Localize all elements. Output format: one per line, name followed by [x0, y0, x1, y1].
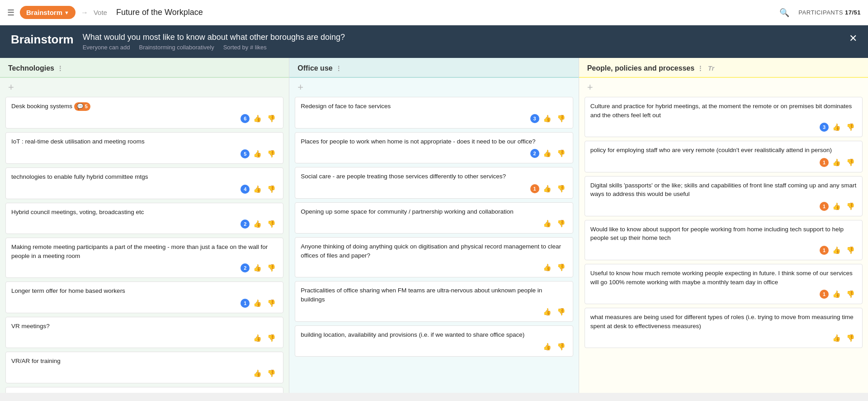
dislike-button-tech-1[interactable]: 👎 — [265, 149, 278, 159]
card-tech-6: VR meetings? 👍 👎 — [5, 317, 283, 348]
like-button-office-5[interactable]: 👍 — [541, 307, 553, 317]
brainstorm-header: Brainstorm What would you most like to k… — [0, 25, 868, 58]
meta-everyone-can-add: Everyone can add — [83, 44, 130, 51]
card-tech-1: IoT : real-time desk utilisation and mee… — [5, 132, 283, 164]
dislike-button-office-2[interactable]: 👎 — [555, 184, 567, 194]
like-count-tech-0: 6 — [241, 114, 250, 123]
card-text-tech-6: VR meetings? — [11, 322, 278, 331]
dislike-button-tech-6[interactable]: 👎 — [265, 333, 278, 343]
like-button-tech-3[interactable]: 👍 — [251, 219, 264, 229]
card-text-people-1: policy for employing staff who are very … — [590, 146, 857, 155]
like-button-tech-7[interactable]: 👍 — [251, 368, 264, 378]
card-office-3: Opening up some space for community / pa… — [295, 202, 573, 234]
like-button-tech-2[interactable]: 👍 — [251, 184, 264, 194]
like-count-people-3: 1 — [820, 246, 829, 255]
card-text-office-6: building location, availability and prov… — [301, 330, 567, 339]
card-people-4: Useful to know how much remote working p… — [585, 264, 863, 304]
card-actions-tech-0: 6 👍 👎 — [11, 114, 278, 124]
like-button-office-2[interactable]: 👍 — [541, 184, 553, 194]
like-button-tech-5[interactable]: 👍 — [251, 298, 264, 308]
dislike-button-people-5[interactable]: 👎 — [844, 333, 857, 343]
card-text-tech-7: VR/AR for training — [11, 357, 278, 366]
dislike-button-office-6[interactable]: 👎 — [555, 342, 567, 352]
column-options-technologies[interactable]: ⋮ — [57, 65, 63, 72]
brainstorm-mode-button[interactable]: Brainstorm ▼ — [20, 6, 75, 19]
brainstorm-meta: Everyone can add Brainstorming collabora… — [83, 44, 857, 51]
like-button-office-4[interactable]: 👍 — [541, 263, 553, 272]
dislike-button-office-4[interactable]: 👎 — [555, 263, 567, 272]
card-text-office-2: Social care - are people treating those … — [301, 172, 567, 181]
card-text-tech-8: Voice bots — [11, 392, 278, 393]
like-button-people-2[interactable]: 👍 — [830, 201, 843, 211]
like-button-people-3[interactable]: 👍 — [830, 245, 843, 255]
like-button-people-0[interactable]: 👍 — [830, 122, 843, 132]
dislike-button-people-1[interactable]: 👎 — [844, 158, 857, 167]
like-button-tech-4[interactable]: 👍 — [251, 263, 264, 273]
like-count-people-4: 1 — [820, 290, 829, 299]
card-tech-3: Hybrid council meetings, voting, broadca… — [5, 203, 283, 234]
card-office-5: Practicalities of office sharing when FM… — [295, 281, 573, 321]
dislike-button-office-5[interactable]: 👎 — [555, 307, 567, 317]
search-icon[interactable]: 🔍 — [779, 8, 789, 18]
columns-area: Technologies ⋮ + Desk booking systems 💬5… — [0, 58, 868, 393]
like-button-office-3[interactable]: 👍 — [541, 219, 553, 229]
dislike-button-people-4[interactable]: 👎 — [844, 289, 857, 299]
dislike-button-people-0[interactable]: 👎 — [844, 122, 857, 132]
card-text-office-3: Opening up some space for community / pa… — [301, 207, 567, 216]
card-text-tech-1: IoT : real-time desk utilisation and mee… — [11, 137, 278, 146]
dislike-button-office-0[interactable]: 👎 — [555, 114, 567, 124]
like-button-office-6[interactable]: 👍 — [541, 342, 553, 352]
like-button-people-1[interactable]: 👍 — [830, 158, 843, 167]
add-card-people[interactable]: + — [579, 78, 868, 97]
dislike-button-people-2[interactable]: 👎 — [844, 201, 857, 211]
brainstorm-header-title: Brainstorm — [11, 33, 74, 47]
dislike-button-tech-4[interactable]: 👎 — [265, 263, 278, 273]
card-office-0: Redesign of face to face services 3 👍 👎 — [295, 97, 573, 129]
like-button-tech-1[interactable]: 👍 — [251, 149, 264, 159]
chat-badge-tech-0[interactable]: 💬5 — [74, 102, 90, 111]
hamburger-icon[interactable]: ☰ — [7, 8, 14, 18]
dislike-button-tech-3[interactable]: 👎 — [265, 219, 278, 229]
dislike-button-office-3[interactable]: 👎 — [555, 219, 567, 229]
like-count-tech-1: 5 — [241, 149, 250, 158]
dislike-button-tech-5[interactable]: 👎 — [265, 298, 278, 308]
like-button-people-5[interactable]: 👍 — [830, 333, 843, 343]
card-people-2: Digital skills 'passports' or the like; … — [585, 176, 863, 216]
card-text-office-1: Places for people to work when home is n… — [301, 137, 567, 146]
card-tech-4: Making remote meeting participants a par… — [5, 238, 283, 278]
column-people-policies: People, policies and processes ⋮ Tr + Cu… — [579, 58, 868, 393]
text-format-icon[interactable]: Tr — [708, 65, 714, 72]
column-options-office[interactable]: ⋮ — [335, 65, 342, 72]
card-text-office-0: Redesign of face to face services — [301, 102, 567, 111]
like-count-tech-5: 1 — [241, 299, 250, 308]
column-title-people: People, policies and processes — [587, 64, 694, 72]
dislike-button-tech-7[interactable]: 👎 — [265, 368, 278, 378]
column-header-technologies: Technologies ⋮ — [0, 58, 289, 78]
card-office-1: Places for people to work when home is n… — [295, 132, 573, 164]
close-button[interactable]: ✕ — [849, 33, 857, 44]
card-tech-0: Desk booking systems 💬5 6 👍 👎 — [5, 97, 283, 129]
card-text-tech-3: Hybrid council meetings, voting, broadca… — [11, 208, 278, 217]
like-button-tech-6[interactable]: 👍 — [251, 333, 264, 343]
like-button-office-1[interactable]: 👍 — [541, 148, 553, 158]
add-card-office[interactable]: + — [289, 78, 578, 97]
dislike-button-tech-2[interactable]: 👎 — [265, 184, 278, 194]
like-button-office-0[interactable]: 👍 — [541, 114, 553, 124]
card-office-2: Social care - are people treating those … — [295, 167, 573, 199]
card-text-people-5: what measures are being used for differe… — [590, 313, 857, 330]
like-count-tech-4: 2 — [241, 263, 250, 272]
column-header-office: Office use ⋮ — [289, 58, 578, 78]
vote-mode-button[interactable]: Vote — [94, 9, 107, 16]
column-title-office: Office use — [297, 64, 332, 72]
card-people-5: what measures are being used for differe… — [585, 308, 863, 348]
like-count-tech-2: 4 — [241, 185, 250, 194]
card-office-4: Anyone thinking of doing anything quick … — [295, 237, 573, 277]
add-card-technologies[interactable]: + — [0, 78, 289, 97]
dislike-button-tech-0[interactable]: 👎 — [265, 114, 278, 124]
column-title-technologies: Technologies — [8, 64, 54, 72]
like-button-people-4[interactable]: 👍 — [830, 289, 843, 299]
like-button-tech-0[interactable]: 👍 — [251, 114, 264, 124]
column-options-people[interactable]: ⋮ — [697, 65, 703, 72]
dislike-button-office-1[interactable]: 👎 — [555, 148, 567, 158]
dislike-button-people-3[interactable]: 👎 — [844, 245, 857, 255]
